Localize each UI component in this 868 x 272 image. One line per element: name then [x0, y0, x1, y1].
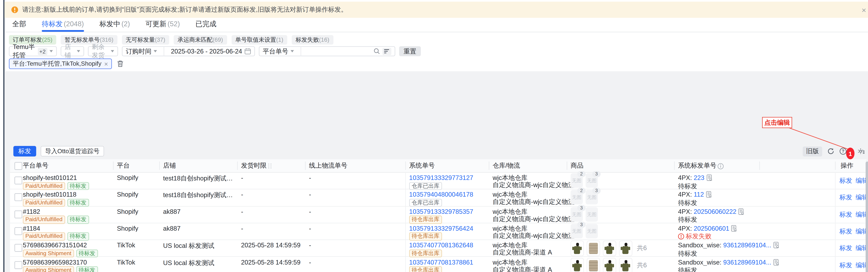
store-name: test18自创shopify测试店铺2号9... [163, 191, 237, 200]
active-filter-tag[interactable]: 平台:Temu半托管,TikTok,Shopify × [9, 59, 112, 69]
tab-标发中[interactable]: 标发中(2) [99, 18, 130, 32]
mark-no-link[interactable]: 202506060222 [694, 208, 736, 215]
order-status-badges: Paid/Unfulfilled待标发 [23, 216, 112, 223]
search-icon[interactable] [373, 48, 380, 55]
header-divider [567, 161, 567, 170]
scrollbar-thumb[interactable] [866, 161, 868, 272]
cell-ship-deadline: - [241, 189, 307, 206]
system-order-link[interactable]: 103579404800046178 [409, 191, 473, 198]
product-thumbnail-tee [570, 258, 584, 272]
sort-handle-icon[interactable] [268, 162, 272, 169]
action-mark-link[interactable]: 标发 [840, 244, 852, 252]
chip-count: (37) [155, 36, 165, 43]
remaining-shipment-select[interactable]: 剩余发货 [88, 46, 118, 56]
warehouse-status-badge: 待仓库出库 [409, 249, 442, 258]
reset-button[interactable]: 重置 [399, 46, 421, 56]
column-header-线上物流单号: 线上物流单号 [309, 161, 347, 170]
quick-filter-标发失败[interactable]: 标发失败(16) [292, 35, 333, 44]
tab-已完成[interactable]: 已完成 [195, 18, 216, 32]
quick-filter-单号取值未设置[interactable]: 单号取值未设置(1) [231, 35, 287, 44]
tab-待标发[interactable]: 待标发(2048) [42, 18, 84, 32]
shop-select[interactable]: 店铺 [61, 46, 84, 56]
product-thumbnail-tee [603, 241, 616, 256]
mark-no-link[interactable]: 936128969104... [723, 242, 771, 248]
tag-close-icon[interactable]: × [104, 60, 108, 68]
platform-select[interactable]: Temu半托管 +2 [9, 46, 57, 56]
cell-warehouse-logistics: wjc本地仓库自定义物流商-wjc自定义物流 [493, 206, 568, 223]
mark-no-link[interactable]: 2025060601 [694, 225, 729, 232]
product-thumbnail-noimg: 无图3 [586, 190, 598, 205]
column-header-店铺: 店铺 [163, 161, 176, 170]
info-icon[interactable] [717, 162, 723, 169]
cell-platform-order-no: #1184Paid/Unfulfilled待标发 [23, 223, 113, 240]
legacy-version-button[interactable]: 旧版 [803, 146, 822, 156]
tab-全部[interactable]: 全部 [12, 18, 26, 32]
doc-preview-icon[interactable] [771, 242, 779, 248]
row-checkbox[interactable] [14, 193, 22, 201]
advanced-filter-icon[interactable] [382, 48, 391, 55]
product-thumbnail-noimg: 无图2 [570, 173, 583, 188]
row-checkbox[interactable] [14, 244, 22, 252]
system-order-link[interactable]: 103579133329785357 [409, 208, 473, 215]
clear-filters-trash-icon[interactable] [117, 60, 124, 68]
system-order-link[interactable]: 103574077081362648 [409, 242, 473, 248]
row-checkbox[interactable] [14, 261, 22, 269]
mark-no-link[interactable]: 223 [694, 174, 705, 181]
tab-可更新[interactable]: 可更新(52) [146, 18, 180, 32]
cell-platform: TikTok [117, 240, 160, 256]
system-order-link[interactable]: 103579133329756424 [409, 225, 473, 232]
action-mark-link[interactable]: 标发 [840, 177, 852, 185]
settings-gear-icon[interactable] [857, 148, 865, 155]
doc-preview-icon[interactable] [704, 174, 712, 181]
action-mark-link[interactable]: 标发 [840, 227, 852, 236]
quick-filter-无可标发量[interactable]: 无可标发量(37) [122, 35, 169, 44]
doc-preview-icon[interactable] [704, 191, 712, 198]
chip-count: (316) [100, 36, 114, 43]
row-checkbox[interactable] [14, 210, 22, 218]
doc-preview-icon[interactable] [771, 259, 779, 265]
tab-count: (52) [167, 20, 180, 28]
mark-no-link[interactable]: 112 [694, 191, 704, 198]
date-range-input[interactable]: 2025-03-26 - 2025-06-24 [167, 47, 254, 56]
banner-close-icon[interactable]: × [862, 6, 866, 14]
status-badge: Paid/Unfulfilled [23, 182, 65, 190]
platform-select-value: Temu半托管 [13, 43, 35, 60]
action-mark-link[interactable]: 标发 [840, 193, 852, 202]
refresh-icon[interactable] [827, 148, 835, 155]
ship-deadline: 2025-05-28 14:59:59 [241, 242, 306, 248]
system-order-link[interactable]: 103579133329773127 [409, 174, 473, 181]
cell-actions: 标发编辑 [835, 223, 868, 240]
action-mark-link[interactable]: 标发 [840, 210, 852, 219]
header-select-all-checkbox[interactable] [14, 162, 22, 170]
mark-no-link[interactable]: 936128969104... [723, 259, 771, 265]
cell-actions: 标发编辑 [835, 172, 868, 189]
chip-count: (16) [319, 36, 329, 43]
status-badge: Awaiting Shipment [23, 249, 74, 258]
mark-dispatch-button[interactable]: 标发 [13, 146, 36, 156]
row-checkbox[interactable] [14, 177, 22, 184]
cell-platform: TikTok [117, 256, 160, 272]
cell-actions: 标发编辑 [835, 206, 868, 223]
cell-products: 无图2无图3 [570, 189, 675, 206]
quick-filter-chips: 订单可标发(25)暂无标发单号(316)无可标发量(37)承运商未匹配(69)单… [9, 35, 333, 44]
import-otto-button[interactable]: 导入Otto退货追踪号 [41, 146, 104, 156]
help-icon[interactable]: ? [840, 148, 847, 155]
platform-select-extra-count: +2 [38, 48, 48, 55]
doc-preview-icon[interactable] [736, 208, 744, 215]
order-status-badges: Awaiting Shipment待标发 [23, 249, 112, 258]
action-mark-link[interactable]: 标发 [840, 261, 852, 269]
order-status-badges: Paid/Unfulfilled待标发 [23, 233, 112, 240]
system-order-link[interactable]: 103574077081378861 [409, 259, 473, 265]
chip-count: (1) [276, 36, 283, 43]
vertical-scrollbar[interactable] [866, 159, 868, 272]
cell-mark-dispatch-no: 4PX: 112 待标发 [678, 189, 831, 206]
row-checkbox[interactable] [14, 227, 22, 235]
cell-platform-order-no: 576986396673151042Awaiting Shipment待标发 [23, 240, 113, 256]
logistics-name: 自定义物流商-渠道 A [493, 265, 552, 272]
search-field-select[interactable]: 平台单号 [259, 47, 297, 56]
search-input[interactable] [305, 47, 395, 56]
column-header-仓库/物流: 仓库/物流 [493, 161, 520, 170]
doc-preview-icon[interactable] [729, 225, 737, 232]
quick-filter-承运商未匹配[interactable]: 承运商未匹配(69) [174, 35, 227, 44]
order-time-type-select[interactable]: 订购时间 [122, 47, 160, 56]
